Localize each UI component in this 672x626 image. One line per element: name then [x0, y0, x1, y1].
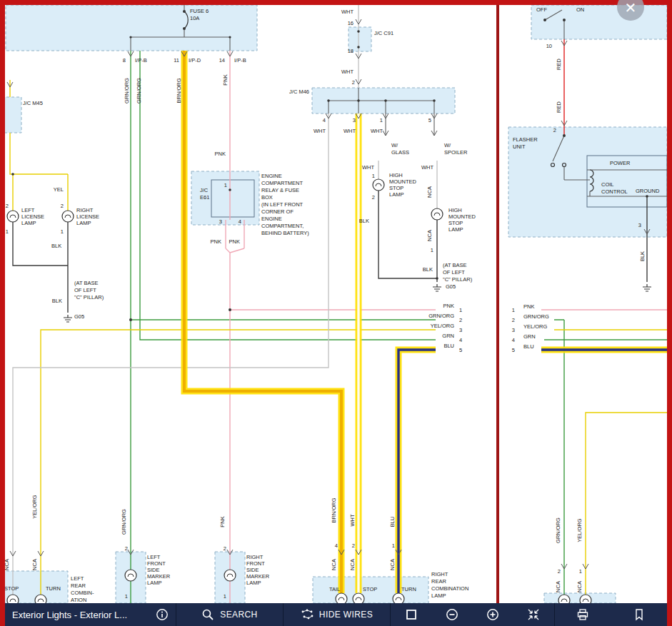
note-text: ENGINE [261, 173, 282, 179]
pin-number: 4 [323, 117, 326, 123]
component-label: LAMP [389, 191, 403, 198]
component-label: SIDE [246, 567, 259, 573]
component-label: STOP [448, 220, 463, 226]
diagram-title-cell[interactable]: Exterior Lights - Exterior L... [5, 603, 176, 626]
bus-label: GRN [442, 333, 454, 339]
note-text: COMPARTMENT, [261, 223, 304, 229]
wire-color-label: BLK [51, 243, 61, 249]
wire-color-label: BRN/ORG [176, 78, 182, 103]
page-divider [496, 5, 499, 603]
wire-grnorg-right[interactable] [554, 320, 564, 595]
high-mounted-stop-lamp-2 [431, 208, 443, 220]
zoom-out-icon[interactable] [446, 608, 458, 621]
component-label: TURN [401, 586, 416, 592]
fit-screen-icon[interactable] [405, 608, 418, 621]
bottom-toolbar: Exterior Lights - Exterior L... SEARCH H… [5, 603, 667, 626]
pin-number: 1 [61, 228, 64, 235]
right-page-lamp-2 [580, 595, 591, 603]
high-mounted-stop-lamp-1 [373, 179, 384, 191]
bus-number: 2 [512, 317, 515, 323]
left-rear-turn-lamp [35, 595, 46, 603]
bus-label: GRN/ORG [523, 313, 549, 320]
search-icon [201, 608, 214, 621]
wire-blu-glow[interactable] [398, 350, 436, 593]
window-frame-right [667, 0, 672, 626]
wire-option-stubs[interactable] [386, 113, 434, 136]
zoom-in-icon[interactable] [486, 608, 499, 621]
pin-number: 1 [372, 173, 375, 179]
component-label: STOP [389, 185, 403, 191]
wire-color-label: NCA [31, 559, 38, 570]
wire-color-label: WHT [371, 128, 383, 134]
wire-color-label: WHT [362, 164, 374, 171]
note-text: GLASS [391, 149, 409, 156]
component-label: LAMP [246, 580, 261, 586]
pin-number: 1 [224, 182, 227, 188]
wire-color-label: NCA [426, 186, 433, 198]
pin-number: 2 [224, 545, 226, 552]
wire-color-label: PNK [219, 516, 226, 527]
component-label: J/C C91 [374, 30, 393, 36]
wire-pnk[interactable] [226, 51, 436, 570]
note-text: RELAY & FUSE [261, 187, 299, 193]
search-button[interactable]: SEARCH [176, 603, 284, 626]
pin-number: 16 [348, 20, 353, 26]
wire-color-label: RED [556, 101, 562, 113]
ground-label: G05 [74, 313, 84, 320]
component-label: MOUNTED [389, 178, 416, 185]
component-label: LAMP [431, 592, 446, 599]
note-text: ENGINE [261, 216, 282, 222]
pin-number: 2 [372, 194, 375, 201]
wire-color-label: PNK [222, 74, 229, 85]
wire-color-label: BLK [52, 298, 62, 304]
note-text: BOX [261, 194, 273, 201]
component-label: J/C [200, 187, 209, 193]
right-page-lamp-1 [558, 595, 570, 603]
component-label: COMBIN- [71, 590, 94, 596]
pin-number: 1 [392, 542, 395, 549]
zoom-controls [391, 603, 555, 626]
bus-label: GRN [523, 333, 536, 340]
component-label: J/C M46 [289, 89, 309, 95]
bus-label: PNK [443, 303, 454, 309]
wire-blu-core[interactable] [398, 350, 436, 593]
component-label: COIL [601, 181, 614, 188]
wire-color-label: PNK [229, 238, 240, 245]
note-text: COMPARTMENT [261, 180, 303, 186]
hide-wires-button[interactable]: HIDE WIRES [284, 603, 391, 626]
left-license-lamp [7, 211, 19, 222]
bookmark-icon[interactable] [633, 608, 646, 621]
bus-label: YEL/ORG [523, 323, 548, 330]
component-label: GROUND [636, 188, 660, 194]
pin-number: 2 [558, 568, 561, 575]
print-icon[interactable] [576, 608, 589, 621]
pin-number: 1 [224, 593, 226, 600]
component-label: FRONT [147, 560, 166, 567]
note-text: (IN LEFT FRONT [261, 201, 304, 208]
pin-number: 3 [353, 117, 356, 123]
compress-view-icon[interactable] [527, 608, 540, 621]
wire-color-label: WHT [341, 69, 353, 75]
wiring-diagram-canvas[interactable]: FUSE 6 10A 8 I/P-B 11 I/P-D 14 I/P-B GRN… [0, 0, 672, 603]
pin-number: 2 [553, 127, 556, 133]
note-text: CORNER OF [261, 208, 294, 215]
component-label: J/C M45 [23, 100, 43, 106]
wire-color-label: YEL/ORG [576, 518, 583, 542]
component-label: MOUNTED [448, 213, 476, 220]
component-label: MARKER [147, 573, 171, 580]
bus-number: 3 [459, 327, 462, 333]
wire-color-label: WHT [341, 9, 353, 15]
window-frame-left [0, 0, 5, 626]
note-text: (AT BASE [74, 280, 98, 286]
pin-number: 2 [352, 542, 355, 549]
wire-yelorg-right-lower[interactable] [586, 413, 667, 595]
note-text: (AT BASE [443, 262, 466, 268]
wire-color-label: NCA [331, 559, 337, 570]
pin-number: 10 [546, 43, 552, 49]
ground-label: G05 [446, 283, 456, 290]
wire-color-label: BRN/ORG [331, 498, 337, 522]
info-icon[interactable] [156, 608, 169, 621]
bus-label: YEL/ORG [431, 323, 455, 329]
bus-number: 2 [459, 317, 462, 323]
pin-number: 1 [380, 117, 383, 123]
